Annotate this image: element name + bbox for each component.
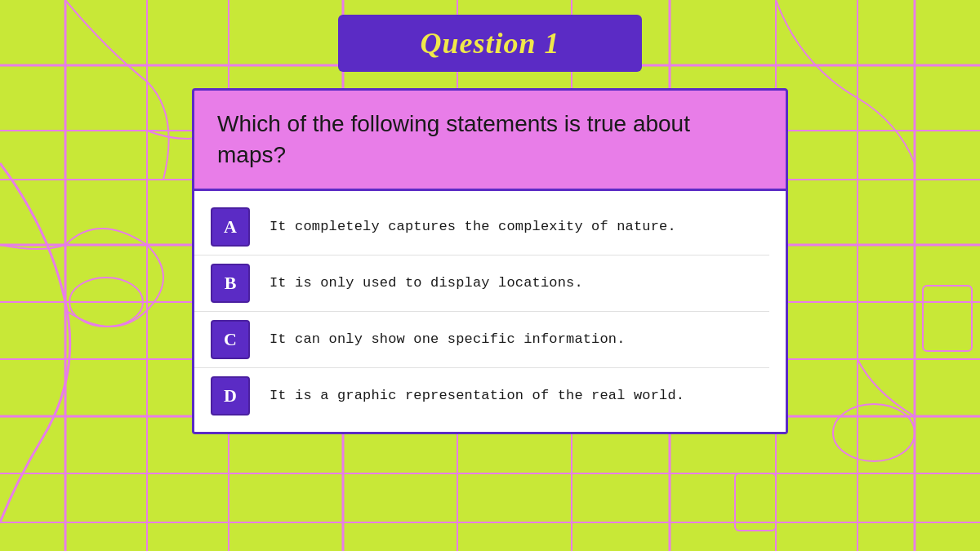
answer-row-c[interactable]: C It can only show one specific informat… [194,312,769,368]
answer-label-d: D [211,376,250,415]
question-title: Question 1 [420,27,559,60]
answers-box: A It completely captures the complexity … [192,191,788,434]
answer-text-c: It can only show one specific informatio… [270,330,626,349]
answer-row-d[interactable]: D It is a graphic representation of the … [194,368,769,424]
question-text: Which of the following statements is tru… [217,109,763,171]
answer-text-a: It completely captures the complexity of… [270,217,676,237]
answer-text-b: It is only used to display locations. [270,273,583,293]
answer-row-a[interactable]: A It completely captures the complexity … [194,199,769,256]
question-text-box: Which of the following statements is tru… [192,88,788,191]
question-card: Which of the following statements is tru… [192,88,788,434]
answer-row-b[interactable]: B It is only used to display locations. [194,256,769,312]
answer-label-a: A [211,207,250,247]
answer-text-d: It is a graphic representation of the re… [270,386,684,406]
title-banner: Question 1 [338,15,641,72]
answer-label-b: B [211,264,250,303]
answer-label-c: C [211,320,250,359]
